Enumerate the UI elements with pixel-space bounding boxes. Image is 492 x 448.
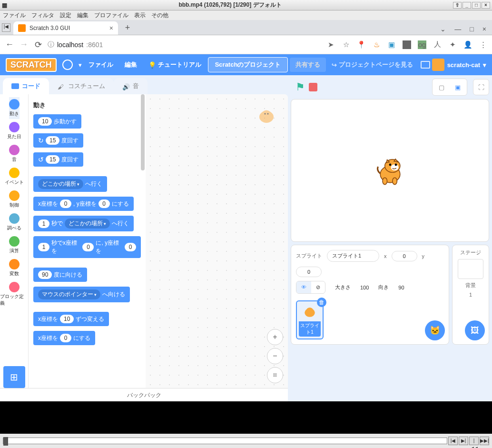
window-close[interactable]: × [482,25,486,33]
cat-looks[interactable]: 見た目 [7,120,21,142]
block-point-dir[interactable]: 90度に向ける [33,268,87,282]
os-maximize[interactable]: □ [472,2,481,9]
tabs-chevron-icon[interactable]: ⌄ [440,25,446,33]
nav-back-icon[interactable]: ← [5,40,14,50]
menu-file-scratch[interactable]: ファイル [84,58,118,72]
ext-square-icon[interactable]: ▣ [387,40,396,49]
menu-view[interactable]: 表示 [134,11,146,19]
block-input[interactable]: 0 [82,243,94,251]
tab-scroll-first-icon[interactable]: |◀ [2,23,10,32]
block-dropdown[interactable]: マウスのポインター [38,289,100,299]
sprite-y-input[interactable]: 0 [296,267,322,277]
url-input[interactable]: ⓘ localhost:8601 [48,40,322,49]
block-change-x[interactable]: x座標を10ずつ変える [33,312,109,326]
ext-flame-icon[interactable]: ♨ [372,40,381,49]
os-minimize[interactable]: _ [462,2,471,9]
add-extension-button[interactable]: ⊞ [3,366,25,388]
menu-profile[interactable]: プロファイル [94,11,128,19]
stop-icon[interactable] [309,83,317,91]
new-tab-button[interactable]: + [122,23,133,33]
cat-sensing[interactable]: 調べる [7,211,21,233]
first-frame-button[interactable]: |◀◀ [469,437,479,445]
scratch-logo[interactable]: SCRATCH [6,58,57,72]
cat-sound[interactable]: 音 [9,143,20,165]
block-input[interactable]: 15 [46,155,59,164]
menu-file[interactable]: ファイル [3,11,26,19]
block-input[interactable]: 0 [125,243,136,251]
seek-track[interactable] [3,438,447,444]
block-input[interactable]: 1 [38,243,49,251]
sprite-thumb[interactable]: 🗑 スプライト1 [296,300,324,339]
site-info-icon[interactable]: ⓘ [48,40,54,49]
stage-sprite-cat[interactable] [371,151,409,189]
block-input[interactable]: 0 [60,199,71,208]
folder-icon[interactable] [421,61,430,69]
menu-tutorials[interactable]: 💡チュートリアル [144,58,206,72]
block-input[interactable]: 0 [98,199,110,208]
profile-icon[interactable]: 👤 [463,40,472,49]
block-turn-ccw[interactable]: ↺15度回す [33,152,83,167]
see-project-page[interactable]: ↪プロジェクトページを見る [332,60,413,69]
hide-button[interactable]: ⊘ [311,281,325,293]
sprite-x-input[interactable]: 0 [392,251,417,261]
cat-variables[interactable]: 変数 [9,257,20,279]
star-icon[interactable]: ☆ [342,40,350,49]
tab-code[interactable]: コード [3,78,49,94]
tab-close-icon[interactable]: × [109,24,113,32]
cat-operators[interactable]: 演算 [9,234,20,256]
ext-person-icon[interactable]: 人 [433,40,442,49]
menu-edit[interactable]: 編集 [77,11,89,19]
next-frame-button[interactable]: ▶| [459,437,468,445]
extensions-icon[interactable]: ✦ [448,40,457,49]
seek-thumb[interactable] [3,437,8,446]
block-set-x[interactable]: x座標を0にする [33,331,95,345]
browser-tab[interactable]: Scratch 3.0 GUI × [13,21,118,35]
os-close[interactable]: × [482,2,490,9]
zoom-out-button[interactable]: − [267,348,283,364]
stage-thumb[interactable] [458,259,483,279]
block-goto-menu[interactable]: どこかの場所へ行く [33,176,107,192]
fullscreen-button[interactable]: ⛶ [473,79,489,95]
block-dropdown[interactable]: どこかの場所 [65,219,110,229]
menu-filter[interactable]: フィルタ [31,11,54,19]
block-input[interactable]: 10 [38,117,52,126]
window-minimize[interactable]: — [454,25,461,33]
cat-motion[interactable]: 動き [9,97,20,119]
tab-sounds[interactable]: 🔊音 [114,78,148,94]
block-glide-xy[interactable]: 1秒でx座標を0に, y座標を0 [33,236,141,258]
ext-pin-icon[interactable]: 📍 [357,40,365,49]
language-dropdown[interactable]: ▾ [79,61,82,69]
ext-seven-icon[interactable]: 7 [403,40,411,49]
window-maximize[interactable]: □ [470,25,473,33]
zoom-in-button[interactable]: + [267,329,283,345]
block-input[interactable]: 15 [46,136,59,145]
block-dropdown[interactable]: どこかの場所 [38,179,83,189]
script-area[interactable]: + − = [146,94,288,388]
share-button[interactable]: 共有する [290,58,326,72]
block-input[interactable]: 1 [38,219,49,228]
block-glide-menu[interactable]: 1秒でどこかの場所へ行く [33,216,134,231]
block-turn-cw[interactable]: ↻15度回す [33,133,83,148]
delete-sprite-button[interactable]: 🗑 [317,298,326,307]
prev-frame-button[interactable]: |◀ [448,437,458,445]
block-point-towards[interactable]: マウスのポインターへ向ける [33,287,130,302]
stage-large-button[interactable]: ▣ [451,81,465,93]
browser-menu-icon[interactable]: ⋮ [479,40,487,49]
sprite-size-input[interactable]: 100 [360,285,369,290]
add-backdrop-button[interactable]: 🖼 [465,320,485,340]
stage-small-button[interactable]: ▢ [434,81,449,93]
nav-reload-icon[interactable]: ⟳ [33,40,43,50]
zoom-reset-button[interactable]: = [267,367,283,383]
backpack[interactable]: バックパック [0,388,288,401]
send-icon[interactable]: ➤ [326,40,335,49]
project-title-input[interactable]: Scratchのプロジェクト [208,57,288,72]
globe-icon[interactable] [62,60,73,70]
menu-other[interactable]: その他 [151,11,168,19]
sprite-dir-input[interactable]: 90 [398,285,404,290]
user-menu[interactable]: scratch-cat ▾ [432,59,486,71]
block-palette[interactable]: 動き 10歩動かす ↻15度回す ↺15度回す どこかの場所へ行く x座標を0,… [29,94,146,388]
ext-og-icon[interactable]: og [418,40,426,49]
last-frame-button[interactable]: ▶▶| [480,437,489,445]
cat-control[interactable]: 制御 [9,189,20,210]
block-goto-xy[interactable]: x座標を0, y座標を0にする [33,197,134,211]
